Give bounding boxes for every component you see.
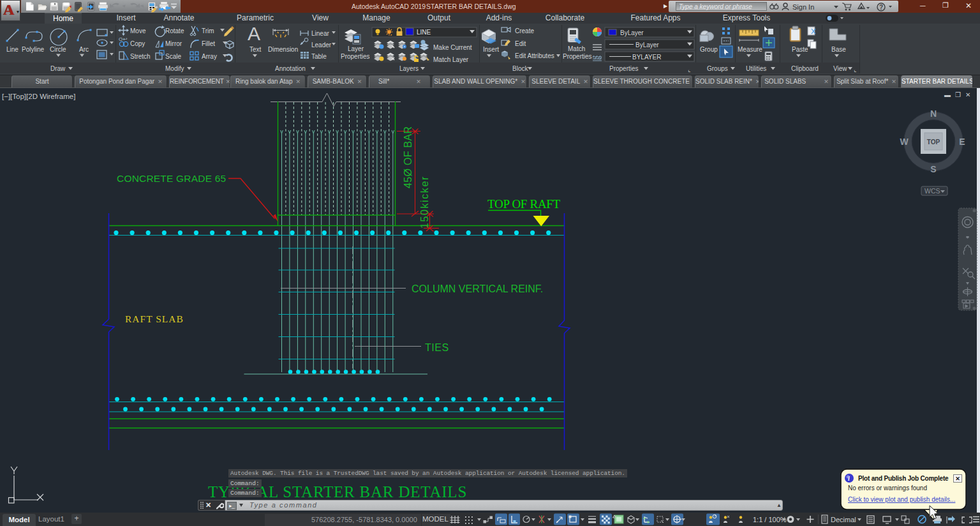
svg-text:COLUMN VERTICAL REINF.: COLUMN VERTICAL REINF. <box>412 283 543 294</box>
svg-text:150kicker: 150kicker <box>419 176 430 229</box>
svg-text:TOP OF RAFT: TOP OF RAFT <box>487 197 561 211</box>
svg-text:45Ø OF BAR: 45Ø OF BAR <box>403 126 413 188</box>
svg-text:TIES: TIES <box>425 342 449 353</box>
svg-text:CONCRETE GRADE 65: CONCRETE GRADE 65 <box>117 173 226 184</box>
svg-text:RAFT SLAB: RAFT SLAB <box>125 313 184 324</box>
svg-text:i: i <box>848 475 850 482</box>
